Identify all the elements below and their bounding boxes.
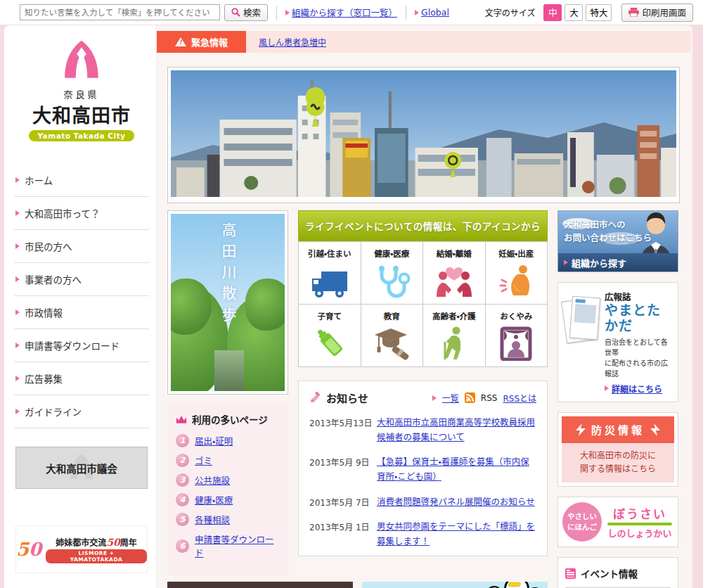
life-event-health[interactable]: 健康・医療 bbox=[361, 242, 424, 305]
search-button-label: 検索 bbox=[243, 6, 261, 19]
contact-org-link[interactable]: 組織から探す bbox=[558, 253, 678, 271]
kouhou-description: 自治会をとおして各世帯に配布される市の広報誌 bbox=[605, 337, 672, 379]
popular-item[interactable]: 6申請書等ダウンロード bbox=[176, 532, 280, 559]
logo-prefecture: 奈良県 bbox=[14, 87, 149, 101]
sidebar-item-about[interactable]: 大和高田市って？ bbox=[14, 197, 149, 230]
search-input[interactable] bbox=[20, 4, 220, 20]
news-link[interactable]: 【急募】保育士・看護師を募集（市内保育所・こども園） bbox=[377, 455, 536, 484]
popular-item[interactable]: 1届出・証明 bbox=[176, 434, 280, 447]
kouhou-magazine-banner[interactable]: 広報誌 やまとたかだ 自治会をとおして各世帯に配布される市の広報誌 詳細はこちら bbox=[557, 282, 678, 402]
print-button[interactable]: 印刷用画面 bbox=[621, 4, 693, 22]
river-decoration bbox=[214, 350, 244, 391]
arrow-icon bbox=[15, 210, 20, 216]
life-events-grid: 引越・住まい bbox=[298, 241, 548, 367]
popular-item[interactable]: 2ゴミ bbox=[176, 454, 280, 467]
bousai-header: 防災情報 bbox=[562, 416, 674, 443]
search-button[interactable]: 検索 bbox=[224, 4, 268, 21]
news-date: 2013年5月 1日 bbox=[309, 520, 377, 549]
org-search-link[interactable]: 組織から探す（窓口一覧） bbox=[285, 6, 397, 19]
rank-badge: 5 bbox=[176, 513, 189, 526]
logo-city-name: 大和高田市 bbox=[14, 101, 149, 128]
news-link[interactable]: 男女共同参画をテーマにした「標語」を募集します！ bbox=[377, 520, 536, 549]
rss-about-link[interactable]: RSSとは bbox=[503, 392, 536, 404]
arrow-icon bbox=[15, 409, 20, 414]
life-event-education[interactable]: 教育 bbox=[361, 305, 424, 367]
news-list-link[interactable]: 一覧 bbox=[442, 392, 459, 404]
rss-label: RSS bbox=[481, 393, 498, 403]
org-search-link-label[interactable]: 組織から探す（窓口一覧） bbox=[292, 6, 397, 19]
emergency-message-link[interactable]: 風しん患者急増中 bbox=[259, 36, 326, 48]
sidebar-item-home[interactable]: ホーム bbox=[14, 164, 149, 197]
takadagawa-banner[interactable]: 高田川散歩 bbox=[167, 210, 288, 395]
arrow-icon bbox=[15, 243, 20, 249]
kouhou-detail-link[interactable]: 詳細はこちら bbox=[605, 383, 672, 395]
printer-icon bbox=[628, 8, 639, 17]
rss-icon[interactable] bbox=[465, 392, 475, 403]
sidebar-item-city-info[interactable]: 市政情報 bbox=[14, 296, 149, 329]
magazine-covers bbox=[564, 295, 600, 346]
sidebar-item-guidelines[interactable]: ガイドライン bbox=[14, 395, 149, 428]
font-size-large-button[interactable]: 大 bbox=[565, 4, 583, 21]
popular-link[interactable]: 公共施設 bbox=[195, 473, 230, 487]
life-event-pregnancy[interactable]: 妊娠・出産 bbox=[486, 242, 548, 305]
sidebar: 奈良県 大和高田市 Yamato Takada City ホーム 大和高田市って… bbox=[4, 25, 156, 588]
font-size-medium-button[interactable]: 中 bbox=[543, 4, 562, 21]
kouhou-tag: 広報誌 bbox=[605, 290, 672, 303]
kouhou-name: やまとたかだ bbox=[605, 303, 672, 334]
arrow-icon bbox=[432, 395, 437, 401]
baby-bottle-icon bbox=[310, 326, 349, 361]
event-info-box: イベント情報 bbox=[557, 557, 678, 588]
sidebar-item-business[interactable]: 事業者の方へ bbox=[14, 263, 149, 296]
popular-item[interactable]: 4健康・医療 bbox=[176, 493, 280, 506]
news-link[interactable]: 大和高田市立高田商業高等学校教員採用候補者の募集について bbox=[377, 416, 536, 445]
yasashii-nihongo-banner[interactable]: やさしいにほんご ぼうさい しのしょうかい bbox=[557, 497, 678, 547]
arrow-icon bbox=[15, 309, 20, 315]
sister-city-banner[interactable]: 50 姉妹都市交流50周年 LISMORE + YAMATOTAKADA bbox=[15, 525, 148, 573]
sidebar-item-label: 申請書等ダウンロード bbox=[25, 338, 120, 352]
mascot-banner[interactable]: 大和高田市 マスコットキャラクター みくちゃん bbox=[362, 582, 548, 588]
popular-pages-header: 利用の多いページ bbox=[176, 412, 280, 426]
life-event-childcare[interactable]: 子育て bbox=[299, 305, 361, 367]
contact-banner[interactable]: 大和高田市への お問い合わせはこちら 組織から探す bbox=[557, 210, 678, 272]
elderly-cane-icon bbox=[434, 326, 474, 361]
life-event-elderly[interactable]: 高齢者・介護 bbox=[423, 305, 486, 367]
sidebar-nav: ホーム 大和高田市って？ 市民の方へ 事業者の方へ 市政情報 申請書等ダウンロー… bbox=[14, 164, 149, 428]
popular-link[interactable]: 届出・証明 bbox=[195, 434, 233, 447]
news-link[interactable]: 消費者問題啓発パネル展開催のお知らせ bbox=[377, 495, 535, 510]
fifty-logo: 50 bbox=[16, 540, 41, 558]
bousai-description: 大和高田市の防災に関する情報はこちら bbox=[562, 443, 674, 482]
crown-icon bbox=[176, 415, 187, 424]
city-logo[interactable]: 奈良県 大和高田市 Yamato Takada City bbox=[14, 35, 149, 148]
council-banner[interactable]: 大和高田市議会 bbox=[15, 447, 148, 489]
sidebar-item-citizens[interactable]: 市民の方へ bbox=[14, 230, 149, 263]
popular-link[interactable]: ゴミ bbox=[195, 454, 212, 467]
news-box: お知らせ 一覧 RSS RSSとは bbox=[298, 381, 548, 556]
arrow-icon bbox=[15, 376, 20, 381]
popular-item[interactable]: 5各種相談 bbox=[176, 513, 280, 526]
life-event-condolence[interactable]: おくやみ bbox=[486, 305, 548, 367]
sidebar-item-label: 事業者の方へ bbox=[25, 272, 82, 286]
contact-line1: 大和高田市への bbox=[564, 211, 678, 231]
sidebar-item-ads[interactable]: 広告募集 bbox=[14, 362, 149, 395]
bousai-box[interactable]: 防災情報 大和高田市の防災に関する情報はこちら bbox=[557, 412, 678, 487]
life-event-marriage[interactable]: 結婚・離婚 bbox=[423, 242, 486, 305]
page-card: 奈良県 大和高田市 Yamato Takada City ホーム 大和高田市って… bbox=[4, 25, 692, 588]
font-size-xlarge-button[interactable]: 特大 bbox=[586, 4, 612, 21]
divider bbox=[276, 6, 277, 20]
arrow-icon bbox=[15, 177, 20, 183]
life-event-moving[interactable]: 引越・住まい bbox=[299, 242, 361, 305]
mayor-room-banner[interactable]: 市長室 bbox=[167, 582, 353, 588]
memorial-icon bbox=[496, 326, 536, 361]
sidebar-item-downloads[interactable]: 申請書等ダウンロード bbox=[14, 329, 149, 362]
logo-romaji: Yamato Takada City bbox=[29, 130, 134, 141]
council-banner-label: 大和高田市議会 bbox=[46, 461, 117, 475]
popular-link[interactable]: 健康・医療 bbox=[195, 493, 233, 506]
rank-badge: 1 bbox=[176, 434, 189, 447]
global-link-label[interactable]: Global bbox=[421, 7, 449, 18]
popular-link[interactable]: 各種相談 bbox=[195, 513, 230, 526]
popular-item[interactable]: 3公共施設 bbox=[176, 473, 280, 487]
popular-link[interactable]: 申請書等ダウンロード bbox=[195, 532, 280, 559]
global-link[interactable]: Global bbox=[415, 7, 449, 18]
hero-panorama bbox=[167, 67, 680, 203]
search-icon bbox=[231, 8, 240, 17]
